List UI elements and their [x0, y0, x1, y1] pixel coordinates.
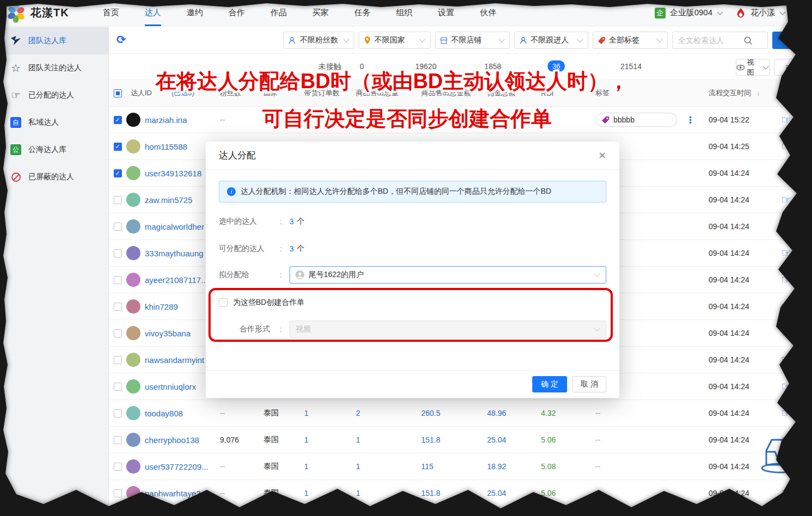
tag-text: --: [595, 409, 600, 417]
menu-item-works[interactable]: 作品: [270, 0, 287, 26]
user-name-dropdown[interactable]: 花小漾: [751, 8, 775, 18]
assign-modal: 达人分配 ✕ i 达人分配机制：相同达人允许分配给多个BD，但不同店铺的同一个商…: [206, 142, 619, 398]
fans-value: 9,076: [218, 435, 256, 444]
menu-item-tasks[interactable]: 任务: [354, 0, 371, 26]
influencer-name-link[interactable]: usertnniuqlorx: [145, 382, 196, 391]
view-button[interactable]: 视图: [736, 59, 770, 76]
row-checkbox[interactable]: [114, 303, 122, 311]
assign-hand-icon[interactable]: ☞: [781, 140, 791, 152]
refresh-icon[interactable]: ⟳: [116, 33, 126, 46]
row-checkbox[interactable]: [114, 143, 122, 151]
partial-toolbar-button[interactable]: ≡: [774, 59, 801, 76]
influencer-name-link[interactable]: magicalworldher: [145, 222, 204, 231]
main-menu: 首页 达人 邀约 合作 作品 买家 任务 组织 设置 伙伴: [103, 0, 496, 26]
menu-item-buyers[interactable]: 买家: [312, 0, 329, 26]
assign-hand-icon[interactable]: ☞: [781, 300, 791, 312]
roi-value: 5.06: [539, 435, 588, 444]
org-name-dropdown[interactable]: 企业版0904: [670, 8, 712, 18]
assign-hand-icon[interactable]: ☞: [781, 167, 791, 179]
create-order-label: 为这些BD创建合作单: [233, 298, 304, 308]
sidebar-item-assigned[interactable]: ☞ 已分配的达人: [0, 82, 108, 109]
influencer-name-link[interactable]: vivoy35bana: [145, 329, 190, 338]
tag-cell: ⋮ --: [588, 462, 702, 471]
confirm-button[interactable]: 确 定: [532, 376, 567, 392]
menu-item-cooperation[interactable]: 合作: [229, 0, 245, 26]
assign-to-select[interactable]: 尾号1622的用户: [290, 266, 606, 284]
tags-filter-dropdown[interactable]: 全部标签: [593, 32, 668, 49]
assign-hand-icon[interactable]: ☞: [781, 487, 791, 499]
influencer-name-link[interactable]: hom115588: [145, 142, 187, 151]
row-checkbox[interactable]: [114, 436, 122, 444]
row-checkbox[interactable]: [114, 276, 122, 284]
influencer-name-link[interactable]: user537722209...: [145, 462, 208, 471]
more-actions-icon[interactable]: ⋮: [686, 114, 695, 126]
fans-value: --: [218, 462, 256, 471]
assign-hand-icon[interactable]: ☞: [781, 113, 791, 126]
assign-hand-icon[interactable]: ☞: [781, 193, 791, 206]
avatar: [126, 326, 140, 340]
menu-item-organization[interactable]: 组织: [396, 0, 413, 26]
row-checkbox[interactable]: [114, 223, 122, 231]
fans-filter-dropdown[interactable]: 不限粉丝数: [284, 32, 354, 49]
row-checkbox[interactable]: [114, 249, 122, 257]
row-checkbox[interactable]: [114, 356, 122, 364]
sidebar-item-public-pool[interactable]: 公 公海达人库: [0, 136, 108, 163]
assign-hand-icon[interactable]: ☞: [781, 220, 791, 232]
orders-value: 1: [297, 409, 348, 417]
menu-item-home[interactable]: 首页: [103, 0, 119, 26]
sidebar-item-team-library[interactable]: 团队达人库: [0, 27, 108, 54]
menu-item-settings[interactable]: 设置: [438, 0, 454, 26]
influencer-name-link[interactable]: ayeer21087117...: [145, 275, 208, 285]
top-navbar: 花漾TK 首页 达人 邀约 合作 作品 买家 任务 组织 设置 伙伴 企 企业版…: [0, 0, 812, 26]
sidebar-item-private-domain[interactable]: 自 私域达人: [0, 109, 108, 136]
row-checkbox[interactable]: [114, 169, 122, 177]
influencer-name-link[interactable]: zaw.min5725: [145, 195, 193, 205]
menu-item-invite[interactable]: 邀约: [187, 0, 203, 26]
avatar: [126, 379, 140, 394]
search-icon[interactable]: [743, 36, 753, 45]
advanced-filter-button[interactable]: 高级: [772, 32, 812, 49]
influencer-name-link[interactable]: khin7289: [145, 302, 178, 311]
inbox-widget-icon[interactable]: [759, 431, 801, 477]
sidebar-item-blocked[interactable]: 已屏蔽的达人: [0, 163, 108, 191]
influencer-name-link[interactable]: user349132618: [145, 169, 201, 178]
menu-item-partners[interactable]: 伙伴: [480, 0, 496, 26]
sidebar-item-team-followed[interactable]: ☆ 团队关注的达人: [0, 54, 108, 82]
row-checkbox[interactable]: [114, 329, 122, 337]
col-time: 流程交互时间↓: [702, 88, 776, 98]
cancel-button[interactable]: 取 消: [573, 376, 606, 392]
influencer-name-link[interactable]: 333maythuaung: [145, 249, 204, 258]
row-checkbox[interactable]: [114, 463, 122, 471]
menu-item-influencer[interactable]: 达人: [145, 0, 161, 26]
influencer-name-link[interactable]: nawsandarmyint: [145, 355, 204, 365]
search-input[interactable]: [673, 36, 743, 45]
row-checkbox[interactable]: [114, 116, 122, 124]
fans-value: --: [218, 115, 256, 124]
tag-pill[interactable]: bbbbb: [595, 113, 677, 127]
influencer-name-link[interactable]: marziah.ina: [145, 115, 187, 125]
close-icon[interactable]: ✕: [598, 150, 606, 162]
row-checkbox[interactable]: [114, 383, 122, 391]
assign-hand-icon[interactable]: ☞: [781, 380, 791, 392]
influencer-name-link[interactable]: nanhwarhtaye2: [145, 489, 201, 498]
assign-hand-icon[interactable]: ☞: [781, 353, 791, 366]
avatar: [126, 486, 140, 500]
row-checkbox[interactable]: [114, 196, 122, 204]
avatar: [126, 273, 140, 287]
row-checkbox[interactable]: [114, 489, 122, 497]
sort-descending-icon[interactable]: ↓: [756, 89, 760, 97]
assign-hand-icon[interactable]: ☞: [781, 407, 791, 419]
select-all-checkbox[interactable]: [114, 89, 122, 97]
assign-hand-icon[interactable]: ☞: [781, 273, 791, 286]
influencer-name-link[interactable]: cherryphoo138: [145, 435, 199, 445]
influencer-name-link[interactable]: tooday808: [145, 409, 183, 418]
fans-value: --: [218, 409, 256, 417]
country-filter-dropdown[interactable]: 不限国家: [359, 32, 430, 49]
assign-hand-icon[interactable]: ☞: [781, 327, 791, 339]
row-checkbox[interactable]: [114, 409, 122, 417]
interaction-time: 09-04 14:24: [702, 302, 776, 311]
create-order-checkbox[interactable]: [219, 298, 227, 307]
assign-hand-icon[interactable]: ☞: [781, 247, 791, 259]
follower-filter-dropdown[interactable]: 不限跟进人: [514, 32, 588, 49]
shop-filter-dropdown[interactable]: 不限店铺: [435, 32, 510, 49]
